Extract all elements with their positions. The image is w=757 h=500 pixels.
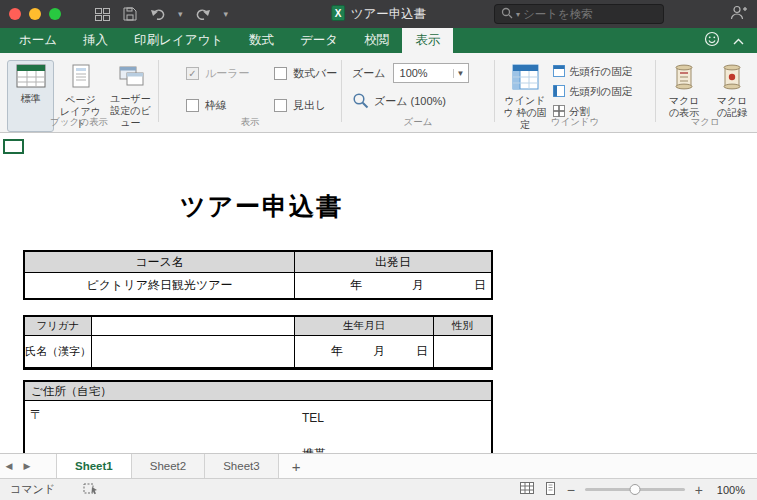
- day-label: 日: [424, 277, 486, 294]
- save-icon[interactable]: [123, 7, 137, 21]
- share-person-add-icon[interactable]: [730, 5, 747, 23]
- course-name-header-cell[interactable]: コース名: [25, 252, 295, 272]
- name-value-cell[interactable]: [92, 336, 295, 367]
- tab-insert[interactable]: 挿入: [70, 28, 121, 53]
- freeze-panes-icon: [512, 64, 539, 93]
- freeze-top-row-icon: [553, 65, 565, 79]
- tab-review[interactable]: 校閲: [351, 28, 402, 53]
- departure-date-cell[interactable]: 年 月 日: [295, 273, 491, 298]
- zoom-100-button[interactable]: ズーム (100%): [352, 92, 494, 111]
- window-controls: [9, 8, 61, 20]
- freeze-top-row-button[interactable]: 先頭行の固定: [553, 63, 632, 80]
- macro-group-label: マクロ: [656, 116, 754, 129]
- undo-menu-caret-icon[interactable]: ▾: [178, 10, 183, 19]
- tel-label: TEL: [302, 411, 324, 425]
- freeze-top-row-label: 先頭行の固定: [569, 65, 632, 79]
- day-label: 日: [385, 343, 428, 360]
- formula-bar-checkbox-box: [274, 67, 287, 80]
- gender-value-cell[interactable]: [434, 336, 491, 367]
- zoom-slider-thumb[interactable]: [629, 484, 640, 495]
- excel-app-icon: X: [331, 5, 345, 24]
- zoom-out-icon[interactable]: −: [567, 483, 575, 497]
- close-window-button[interactable]: [9, 8, 21, 20]
- formula-bar-checkbox[interactable]: 数式バー: [274, 66, 341, 81]
- zoom-percentage[interactable]: 100%: [713, 484, 745, 496]
- sheet-tab-bar: ◀ ▶ Sheet1 Sheet2 Sheet3 +: [0, 453, 757, 478]
- address-header-cell[interactable]: ご住所（自宅）: [25, 382, 491, 400]
- zoom-group: ズーム 100% ▼ ズーム (100%) ズーム: [342, 53, 494, 132]
- ruler-checkbox-box: ✓: [186, 67, 199, 80]
- search-scope-caret-icon[interactable]: ▾: [516, 10, 520, 19]
- svg-text:X: X: [334, 8, 341, 19]
- macro-record-icon: [721, 64, 743, 93]
- zoom-slider[interactable]: [585, 488, 685, 491]
- search-icon: [501, 7, 513, 22]
- tab-page-layout[interactable]: 印刷レイアウト: [121, 28, 236, 53]
- tab-data[interactable]: データ: [287, 28, 351, 53]
- titlebar: ▾ ▾ X ツアー申込書 ▾: [0, 0, 757, 28]
- ruler-label: ルーラー: [205, 66, 250, 81]
- selected-cell-indicator[interactable]: [3, 139, 24, 154]
- undo-icon[interactable]: [150, 7, 165, 21]
- sheet-nav-left-icon[interactable]: ◀: [0, 454, 18, 478]
- zoom-window-button[interactable]: [49, 8, 61, 20]
- headings-label: 見出し: [293, 98, 326, 113]
- workbook-views-group-label: ブックの表示: [0, 116, 158, 129]
- sheet-search-field[interactable]: ▾: [494, 4, 664, 24]
- freeze-first-column-label: 先頭列の固定: [569, 85, 632, 99]
- zoom-in-icon[interactable]: +: [695, 483, 703, 497]
- view-switcher-icon[interactable]: [95, 8, 110, 21]
- gender-header-cell[interactable]: 性別: [434, 317, 491, 335]
- zoom-100-label: ズーム (100%): [374, 94, 446, 109]
- address-table: ご住所（自宅） 〒 TEL 携帯: [23, 380, 493, 453]
- name-table: フリガナ 生年月日 性別 氏名（漢字） 年 月 日: [23, 315, 493, 370]
- gridlines-label: 枠線: [205, 98, 227, 113]
- birthdate-header-cell[interactable]: 生年月日: [295, 317, 434, 335]
- headings-checkbox[interactable]: 見出し: [274, 98, 341, 113]
- gridlines-checkbox[interactable]: 枠線: [186, 98, 274, 113]
- redo-icon[interactable]: [196, 7, 211, 21]
- worksheet-area[interactable]: ツアー申込書 コース名 出発日 ピクトリア終日観光ツアー 年 月 日 フリガナ …: [0, 133, 757, 453]
- zoom-caption: ズーム: [352, 66, 386, 81]
- feedback-smiley-icon[interactable]: [704, 31, 720, 50]
- pointer-mode-icon[interactable]: [83, 481, 98, 498]
- course-name-value-cell[interactable]: ピクトリア終日観光ツアー: [25, 273, 295, 298]
- furigana-value-cell[interactable]: [92, 317, 295, 335]
- show-group: ✓ ルーラー 数式バー 枠線 見出し 表示: [159, 53, 341, 132]
- normal-view-statusbar-button[interactable]: [520, 482, 534, 497]
- window-group: ウインドウ 枠の固定 先頭行の固定 先頭列の固定 分割 ウインドウ: [495, 53, 655, 132]
- address-value-cell[interactable]: 〒 TEL 携帯: [25, 401, 491, 453]
- toolbar-options-caret-icon[interactable]: ▾: [224, 10, 229, 19]
- tab-formulas[interactable]: 数式: [236, 28, 287, 53]
- tab-home[interactable]: ホーム: [6, 28, 70, 53]
- ruler-checkbox[interactable]: ✓ ルーラー: [186, 66, 274, 81]
- workbook-views-group: 標準 ページ レイアウト ユーザー 設定のビュー ブックの表示: [0, 53, 158, 132]
- mobile-label: 携帯: [302, 446, 326, 453]
- page-layout-view-icon: [70, 64, 92, 92]
- zoom-level-dropdown[interactable]: 100% ▼: [393, 63, 469, 83]
- furigana-header-cell[interactable]: フリガナ: [25, 317, 92, 335]
- collapse-ribbon-chevron-icon[interactable]: [733, 34, 744, 48]
- window-title: ツアー申込書: [351, 6, 427, 23]
- add-sheet-button[interactable]: +: [279, 454, 314, 478]
- sheet-nav-right-icon[interactable]: ▶: [18, 454, 36, 478]
- postal-mark: 〒: [30, 406, 43, 424]
- sheet-tab-sheet2[interactable]: Sheet2: [132, 454, 205, 478]
- minimize-window-button[interactable]: [29, 8, 41, 20]
- headings-checkbox-box: [274, 99, 287, 112]
- freeze-first-column-button[interactable]: 先頭列の固定: [553, 83, 632, 100]
- sheet-tab-sheet1[interactable]: Sheet1: [57, 454, 132, 478]
- birthdate-value-cell[interactable]: 年 月 日: [295, 336, 434, 367]
- normal-view-icon: [16, 64, 46, 91]
- gridlines-checkbox-box: [186, 99, 199, 112]
- show-group-label: 表示: [159, 116, 341, 129]
- departure-date-header-cell[interactable]: 出発日: [295, 252, 491, 272]
- macro-group: マクロ の表示 マクロ の記録 マクロ: [656, 53, 754, 132]
- sheet-tab-sheet3[interactable]: Sheet3: [205, 454, 278, 478]
- tab-view[interactable]: 表示: [402, 28, 453, 53]
- year-label: 年: [300, 343, 343, 360]
- search-input[interactable]: [523, 8, 643, 20]
- zoom-magnifier-icon: [352, 92, 369, 111]
- name-label-cell[interactable]: 氏名（漢字）: [25, 336, 92, 367]
- page-layout-view-statusbar-button[interactable]: [544, 482, 557, 498]
